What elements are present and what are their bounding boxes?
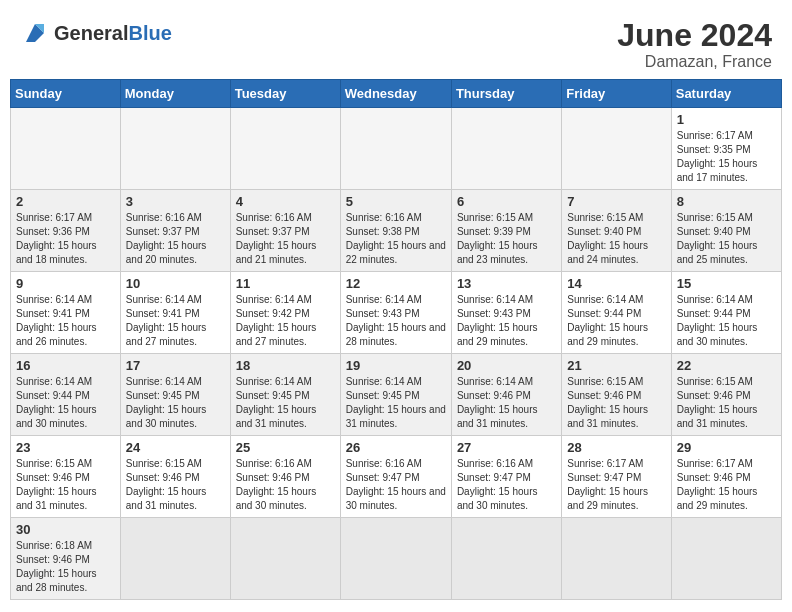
calendar-cell: 25Sunrise: 6:16 AMSunset: 9:46 PMDayligh… [230, 436, 340, 518]
calendar-cell: 30Sunrise: 6:18 AMSunset: 9:46 PMDayligh… [11, 518, 121, 600]
calendar-cell [230, 108, 340, 190]
day-number: 24 [126, 440, 225, 455]
calendar-cell: 26Sunrise: 6:16 AMSunset: 9:47 PMDayligh… [340, 436, 451, 518]
col-friday: Friday [562, 80, 671, 108]
day-number: 9 [16, 276, 115, 291]
calendar-table: Sunday Monday Tuesday Wednesday Thursday… [10, 79, 782, 600]
day-info: Sunrise: 6:16 AMSunset: 9:47 PMDaylight:… [457, 457, 556, 513]
day-number: 17 [126, 358, 225, 373]
day-info: Sunrise: 6:14 AMSunset: 9:44 PMDaylight:… [16, 375, 115, 431]
day-number: 5 [346, 194, 446, 209]
calendar-cell: 18Sunrise: 6:14 AMSunset: 9:45 PMDayligh… [230, 354, 340, 436]
day-info: Sunrise: 6:15 AMSunset: 9:46 PMDaylight:… [126, 457, 225, 513]
calendar-cell: 3Sunrise: 6:16 AMSunset: 9:37 PMDaylight… [120, 190, 230, 272]
day-info: Sunrise: 6:16 AMSunset: 9:37 PMDaylight:… [236, 211, 335, 267]
calendar-cell [120, 108, 230, 190]
calendar-cell [340, 518, 451, 600]
day-number: 6 [457, 194, 556, 209]
calendar-cell: 11Sunrise: 6:14 AMSunset: 9:42 PMDayligh… [230, 272, 340, 354]
day-info: Sunrise: 6:15 AMSunset: 9:40 PMDaylight:… [677, 211, 776, 267]
calendar-cell: 13Sunrise: 6:14 AMSunset: 9:43 PMDayligh… [451, 272, 561, 354]
calendar-cell: 2Sunrise: 6:17 AMSunset: 9:36 PMDaylight… [11, 190, 121, 272]
day-number: 8 [677, 194, 776, 209]
day-number: 10 [126, 276, 225, 291]
logo: GeneralBlue [20, 18, 172, 48]
day-info: Sunrise: 6:17 AMSunset: 9:35 PMDaylight:… [677, 129, 776, 185]
day-info: Sunrise: 6:16 AMSunset: 9:38 PMDaylight:… [346, 211, 446, 267]
day-info: Sunrise: 6:14 AMSunset: 9:42 PMDaylight:… [236, 293, 335, 349]
title-block: June 2024 Damazan, France [617, 18, 772, 71]
day-info: Sunrise: 6:17 AMSunset: 9:46 PMDaylight:… [677, 457, 776, 513]
calendar-cell: 7Sunrise: 6:15 AMSunset: 9:40 PMDaylight… [562, 190, 671, 272]
day-number: 26 [346, 440, 446, 455]
day-info: Sunrise: 6:14 AMSunset: 9:44 PMDaylight:… [677, 293, 776, 349]
calendar-cell: 23Sunrise: 6:15 AMSunset: 9:46 PMDayligh… [11, 436, 121, 518]
col-thursday: Thursday [451, 80, 561, 108]
calendar-title: June 2024 [617, 18, 772, 53]
day-number: 23 [16, 440, 115, 455]
day-number: 4 [236, 194, 335, 209]
day-number: 1 [677, 112, 776, 127]
day-number: 29 [677, 440, 776, 455]
day-number: 22 [677, 358, 776, 373]
calendar-cell [451, 518, 561, 600]
day-info: Sunrise: 6:16 AMSunset: 9:37 PMDaylight:… [126, 211, 225, 267]
calendar-week-4: 23Sunrise: 6:15 AMSunset: 9:46 PMDayligh… [11, 436, 782, 518]
day-number: 27 [457, 440, 556, 455]
day-number: 20 [457, 358, 556, 373]
day-info: Sunrise: 6:14 AMSunset: 9:41 PMDaylight:… [126, 293, 225, 349]
logo-text: GeneralBlue [54, 23, 172, 43]
calendar-cell: 12Sunrise: 6:14 AMSunset: 9:43 PMDayligh… [340, 272, 451, 354]
day-number: 3 [126, 194, 225, 209]
day-number: 16 [16, 358, 115, 373]
day-info: Sunrise: 6:15 AMSunset: 9:46 PMDaylight:… [567, 375, 665, 431]
page-header: GeneralBlue June 2024 Damazan, France [10, 10, 782, 79]
day-number: 13 [457, 276, 556, 291]
calendar-cell: 17Sunrise: 6:14 AMSunset: 9:45 PMDayligh… [120, 354, 230, 436]
calendar-cell [11, 108, 121, 190]
day-info: Sunrise: 6:18 AMSunset: 9:46 PMDaylight:… [16, 539, 115, 595]
col-sunday: Sunday [11, 80, 121, 108]
day-number: 25 [236, 440, 335, 455]
calendar-cell: 16Sunrise: 6:14 AMSunset: 9:44 PMDayligh… [11, 354, 121, 436]
day-info: Sunrise: 6:14 AMSunset: 9:44 PMDaylight:… [567, 293, 665, 349]
header-row: Sunday Monday Tuesday Wednesday Thursday… [11, 80, 782, 108]
calendar-cell: 6Sunrise: 6:15 AMSunset: 9:39 PMDaylight… [451, 190, 561, 272]
calendar-cell: 27Sunrise: 6:16 AMSunset: 9:47 PMDayligh… [451, 436, 561, 518]
day-info: Sunrise: 6:17 AMSunset: 9:47 PMDaylight:… [567, 457, 665, 513]
day-info: Sunrise: 6:14 AMSunset: 9:41 PMDaylight:… [16, 293, 115, 349]
day-number: 14 [567, 276, 665, 291]
calendar-cell: 9Sunrise: 6:14 AMSunset: 9:41 PMDaylight… [11, 272, 121, 354]
day-info: Sunrise: 6:14 AMSunset: 9:43 PMDaylight:… [457, 293, 556, 349]
calendar-cell: 4Sunrise: 6:16 AMSunset: 9:37 PMDaylight… [230, 190, 340, 272]
day-info: Sunrise: 6:15 AMSunset: 9:40 PMDaylight:… [567, 211, 665, 267]
day-number: 28 [567, 440, 665, 455]
calendar-cell: 14Sunrise: 6:14 AMSunset: 9:44 PMDayligh… [562, 272, 671, 354]
day-number: 15 [677, 276, 776, 291]
calendar-cell [340, 108, 451, 190]
day-number: 7 [567, 194, 665, 209]
calendar-cell [230, 518, 340, 600]
calendar-cell: 8Sunrise: 6:15 AMSunset: 9:40 PMDaylight… [671, 190, 781, 272]
calendar-cell [671, 518, 781, 600]
day-info: Sunrise: 6:16 AMSunset: 9:47 PMDaylight:… [346, 457, 446, 513]
col-saturday: Saturday [671, 80, 781, 108]
day-info: Sunrise: 6:14 AMSunset: 9:45 PMDaylight:… [346, 375, 446, 431]
calendar-cell: 1Sunrise: 6:17 AMSunset: 9:35 PMDaylight… [671, 108, 781, 190]
calendar-cell: 10Sunrise: 6:14 AMSunset: 9:41 PMDayligh… [120, 272, 230, 354]
day-number: 19 [346, 358, 446, 373]
calendar-cell: 20Sunrise: 6:14 AMSunset: 9:46 PMDayligh… [451, 354, 561, 436]
calendar-cell: 22Sunrise: 6:15 AMSunset: 9:46 PMDayligh… [671, 354, 781, 436]
day-number: 30 [16, 522, 115, 537]
day-info: Sunrise: 6:14 AMSunset: 9:45 PMDaylight:… [236, 375, 335, 431]
calendar-cell: 15Sunrise: 6:14 AMSunset: 9:44 PMDayligh… [671, 272, 781, 354]
day-info: Sunrise: 6:16 AMSunset: 9:46 PMDaylight:… [236, 457, 335, 513]
calendar-cell [120, 518, 230, 600]
calendar-cell: 24Sunrise: 6:15 AMSunset: 9:46 PMDayligh… [120, 436, 230, 518]
calendar-cell [451, 108, 561, 190]
calendar-cell: 19Sunrise: 6:14 AMSunset: 9:45 PMDayligh… [340, 354, 451, 436]
calendar-cell: 5Sunrise: 6:16 AMSunset: 9:38 PMDaylight… [340, 190, 451, 272]
day-number: 21 [567, 358, 665, 373]
calendar-location: Damazan, France [617, 53, 772, 71]
day-info: Sunrise: 6:14 AMSunset: 9:46 PMDaylight:… [457, 375, 556, 431]
